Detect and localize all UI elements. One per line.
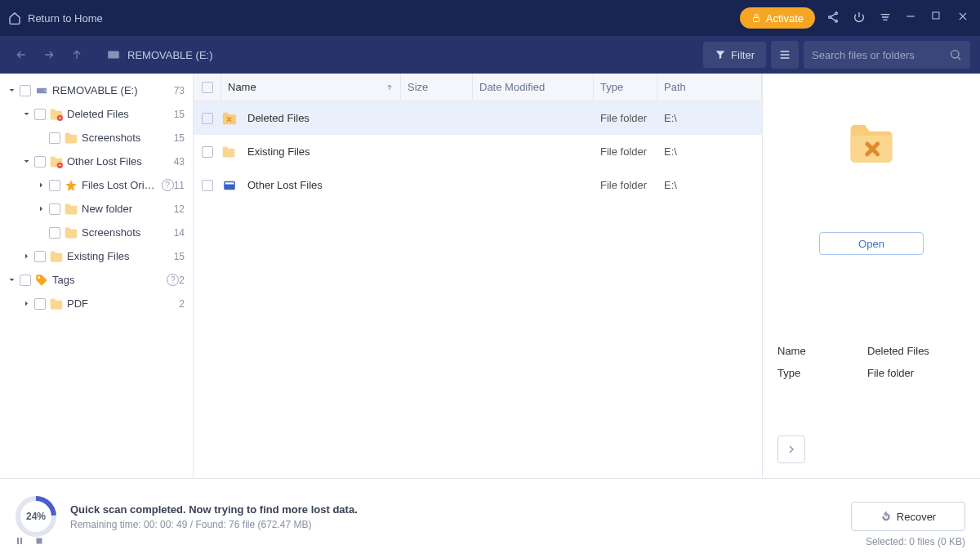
- tree-item[interactable]: New folder 12: [0, 197, 193, 221]
- col-name[interactable]: Name: [221, 74, 401, 101]
- svg-rect-4: [933, 12, 939, 19]
- expand-icon[interactable]: [21, 300, 31, 307]
- tree-item[interactable]: Tags ? 2: [0, 268, 193, 292]
- tree-checkbox[interactable]: [49, 227, 60, 239]
- tree-count: 15: [174, 251, 185, 262]
- file-row[interactable]: Other Lost Files File folder E:\: [194, 168, 762, 202]
- tree-checkbox[interactable]: [20, 85, 31, 96]
- tree-label: Screenshots: [82, 226, 174, 239]
- hamburger-button[interactable]: [771, 41, 799, 69]
- row-type: File folder: [594, 112, 657, 124]
- menu-icon[interactable]: [879, 11, 893, 25]
- next-button[interactable]: [777, 436, 805, 463]
- row-checkbox[interactable]: [202, 180, 213, 191]
- tree-label: Deleted Files: [67, 108, 174, 120]
- row-path: E:\: [657, 145, 762, 158]
- folder-del-icon: [49, 154, 64, 169]
- search-icon: [949, 48, 962, 61]
- expand-icon[interactable]: [21, 110, 31, 118]
- detail-property: NameDeleted Files: [777, 345, 965, 357]
- tree-label: New folder: [82, 203, 174, 215]
- expand-icon[interactable]: [36, 205, 46, 212]
- tree-label: REMOVABLE (E:): [52, 84, 174, 96]
- nav-forward-button[interactable]: [38, 43, 60, 66]
- tree-checkbox[interactable]: [34, 109, 46, 120]
- svg-rect-5: [108, 51, 119, 59]
- stop-button[interactable]: [34, 536, 46, 547]
- col-size[interactable]: Size: [401, 74, 473, 101]
- share-icon[interactable]: [826, 11, 841, 25]
- recover-icon: [880, 511, 892, 522]
- drive-icon: [34, 83, 49, 98]
- tree-count: 12: [174, 203, 185, 215]
- pause-button[interactable]: [15, 536, 26, 547]
- tree-item[interactable]: Screenshots 14: [0, 221, 193, 244]
- tree-label: Files Lost Original N...: [82, 179, 160, 191]
- sidebar-tree: REMOVABLE (E:) 73 Deleted Files 15 Scree…: [0, 74, 194, 478]
- sort-up-icon: [385, 83, 394, 92]
- help-icon[interactable]: ?: [162, 179, 174, 191]
- expand-icon[interactable]: [7, 276, 16, 284]
- expand-icon[interactable]: [36, 181, 46, 189]
- svg-point-6: [951, 51, 959, 58]
- search-box[interactable]: [804, 41, 970, 69]
- tree-checkbox[interactable]: [34, 298, 46, 310]
- svg-rect-0: [753, 18, 759, 22]
- search-input[interactable]: [812, 49, 949, 61]
- svg-point-8: [44, 90, 45, 91]
- select-all-checkbox[interactable]: [202, 82, 213, 93]
- col-date[interactable]: Date Modified: [473, 74, 594, 101]
- tree-count: 2: [179, 298, 185, 310]
- tree-item[interactable]: PDF 2: [0, 292, 193, 315]
- col-path[interactable]: Path: [657, 74, 762, 101]
- tree-checkbox[interactable]: [49, 203, 60, 215]
- tree-item[interactable]: Deleted Files 15: [0, 102, 193, 126]
- tree-checkbox[interactable]: [49, 132, 60, 144]
- expand-icon[interactable]: [21, 158, 31, 165]
- expand-icon[interactable]: [7, 87, 16, 94]
- row-name: Deleted Files: [241, 112, 401, 124]
- tree-checkbox[interactable]: [49, 180, 60, 191]
- open-button[interactable]: Open: [819, 232, 924, 255]
- help-icon[interactable]: ?: [167, 274, 179, 286]
- tree-checkbox[interactable]: [34, 251, 46, 262]
- tree-count: 73: [174, 85, 185, 96]
- tree-item[interactable]: Other Lost Files 43: [0, 150, 193, 173]
- row-name: Existing Files: [241, 145, 401, 158]
- lock-icon: [751, 13, 761, 23]
- tree-checkbox[interactable]: [20, 275, 31, 286]
- tree-count: 2: [179, 275, 185, 286]
- file-row[interactable]: Deleted Files File folder E:\: [194, 101, 762, 135]
- nav-up-button[interactable]: [65, 43, 88, 66]
- tree-item[interactable]: Existing Files 15: [0, 244, 193, 268]
- file-row[interactable]: Existing Files File folder E:\: [194, 135, 762, 168]
- filter-button[interactable]: Filter: [703, 42, 766, 68]
- tree-checkbox[interactable]: [34, 156, 46, 168]
- tree-label: Other Lost Files: [67, 155, 174, 168]
- details-panel: Open NameDeleted FilesTypeFile folder: [763, 74, 980, 478]
- row-checkbox[interactable]: [202, 146, 213, 158]
- folder-icon: [221, 145, 241, 159]
- activate-button[interactable]: Activate: [740, 7, 815, 29]
- tree-label: Screenshots: [82, 132, 174, 144]
- power-icon[interactable]: [853, 11, 867, 25]
- titlebar: Return to Home Activate: [0, 0, 980, 36]
- col-type[interactable]: Type: [594, 74, 657, 101]
- tree-item[interactable]: REMOVABLE (E:) 73: [0, 78, 193, 102]
- row-checkbox[interactable]: [202, 113, 213, 124]
- row-path: E:\: [657, 179, 762, 191]
- close-icon[interactable]: [957, 11, 972, 25]
- home-icon[interactable]: [8, 11, 21, 25]
- nav-back-button[interactable]: [10, 43, 33, 66]
- expand-icon[interactable]: [21, 252, 31, 260]
- tree-item[interactable]: Screenshots 15: [0, 126, 193, 150]
- minimize-icon[interactable]: [905, 11, 920, 25]
- navbar: REMOVABLE (E:) Filter: [0, 36, 980, 74]
- maximize-icon[interactable]: [931, 11, 946, 25]
- return-home-link[interactable]: Return to Home: [28, 12, 103, 25]
- star-icon: [64, 178, 78, 193]
- tree-count: 43: [174, 156, 185, 168]
- folder-icon: [49, 249, 64, 264]
- tree-item[interactable]: Files Lost Original N... ? 11: [0, 173, 193, 197]
- recover-button[interactable]: Recover: [851, 502, 965, 531]
